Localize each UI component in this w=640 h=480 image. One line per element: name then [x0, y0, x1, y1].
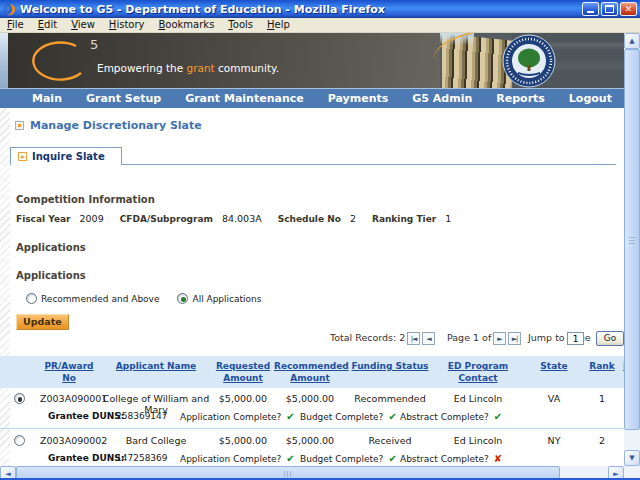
- fiscal-year-label: Fiscal Year: [16, 214, 71, 224]
- state: NY: [522, 435, 586, 446]
- restore-icon: [605, 5, 614, 13]
- schedule-no-value: 2: [350, 213, 356, 224]
- page-title-icon: [15, 121, 24, 130]
- funding-status: Received: [346, 435, 434, 446]
- vertical-scroll-thumb[interactable]: [624, 49, 640, 430]
- minimize-icon: [587, 6, 594, 13]
- rank: 2: [586, 435, 618, 446]
- ranking-tier-value: 1: [445, 213, 451, 224]
- nav-grant-setup[interactable]: Grant Setup: [74, 92, 173, 105]
- application-complete: Application Complete?✔: [180, 453, 295, 464]
- recommended-amount: $5,000.00: [274, 435, 346, 446]
- vertical-scrollbar[interactable]: ▲ ▼: [624, 33, 640, 466]
- row-detail-line: Grantee DUNS: 258369147 Application Comp…: [0, 411, 624, 425]
- window-title: Welcome to G5 - Department of Education …: [20, 3, 580, 16]
- tab-inquire-slate[interactable]: Inquire Slate: [10, 147, 122, 165]
- header-requested-amount[interactable]: Requested Amount: [212, 360, 274, 384]
- g5-banner: 5 Empowering the grant community.: [0, 33, 624, 88]
- page-title-row: Manage Discretionary Slate: [15, 119, 202, 132]
- menu-view[interactable]: View: [64, 18, 102, 32]
- cross-icon: ✘: [494, 453, 502, 464]
- banner-left-strip: [0, 33, 8, 88]
- header-funding-status[interactable]: Funding Status: [346, 360, 434, 372]
- next-page-button[interactable]: ►: [493, 332, 506, 345]
- close-icon: ✕: [625, 4, 633, 14]
- nav-payments[interactable]: Payments: [316, 92, 401, 105]
- last-page-button[interactable]: ►|: [508, 332, 521, 345]
- abstract-complete: Abstract Complete?✔: [400, 411, 502, 422]
- thumb-grip: [629, 236, 635, 244]
- maximize-button[interactable]: [601, 2, 618, 16]
- menu-edit[interactable]: Edit: [31, 18, 64, 32]
- budget-complete: Budget Complete?✔: [300, 453, 397, 464]
- check-icon: ✔: [388, 411, 396, 422]
- update-button[interactable]: Update: [16, 314, 69, 330]
- nav-logout[interactable]: Logout: [557, 92, 624, 105]
- tagline-highlight: grant: [186, 62, 214, 74]
- first-page-button[interactable]: |◄: [407, 332, 420, 345]
- pr-award-no: Z003A090002: [38, 435, 100, 446]
- check-icon: ✔: [286, 411, 294, 422]
- nav-reports[interactable]: Reports: [484, 92, 557, 105]
- banner-tagline: Empowering the grant community.: [97, 62, 279, 74]
- cfda-subprogram-label: CFDA/Subprogram: [120, 214, 213, 224]
- library-photo: [440, 33, 624, 88]
- header-recommended-amount[interactable]: Recommended Amount: [274, 360, 346, 384]
- total-records: Total Records: 2: [330, 332, 405, 343]
- radio-recommended-and-above[interactable]: [26, 293, 37, 304]
- header-ed-program-contact[interactable]: ED Program Contact: [434, 360, 522, 384]
- competition-fields: Fiscal Year 2009 CFDA/Subprogram 84.003A…: [16, 213, 467, 224]
- firefox-icon: [3, 3, 16, 16]
- prev-page-button[interactable]: ◄: [422, 332, 435, 345]
- radio-all-label: All Applications: [192, 294, 261, 304]
- g5-logo-icon: [30, 41, 92, 83]
- radio-all-applications[interactable]: [177, 293, 188, 304]
- ranking-tier-label: Ranking Tier: [372, 214, 436, 224]
- row-select-radio[interactable]: [14, 435, 25, 446]
- thumb-grip: [284, 471, 292, 477]
- grantee-duns-label: Grantee DUNS:: [48, 453, 124, 463]
- scroll-down-button[interactable]: ▼: [624, 450, 640, 466]
- ed-program-contact: Ed Lincoln: [434, 435, 522, 446]
- budget-complete: Budget Complete?✔: [300, 411, 397, 422]
- menu-tools[interactable]: Tools: [221, 18, 260, 32]
- row-detail-line: Grantee DUNS: 147258369 Application Comp…: [0, 453, 624, 466]
- grantee-duns-label: Grantee DUNS:: [48, 411, 124, 421]
- menu-help[interactable]: Help: [260, 18, 297, 32]
- tab-icon: [18, 152, 27, 161]
- check-icon: ✔: [388, 453, 396, 464]
- go-button[interactable]: Go: [596, 331, 624, 346]
- header-applicant-name[interactable]: Applicant Name: [100, 360, 212, 372]
- nav-grant-maintenance[interactable]: Grant Maintenance: [173, 92, 316, 105]
- page-content: Manage Discretionary Slate Inquire Slate…: [0, 108, 624, 466]
- minimize-button[interactable]: [582, 2, 599, 16]
- close-button[interactable]: ✕: [620, 2, 637, 16]
- scroll-up-button[interactable]: ▲: [624, 33, 640, 49]
- window-titlebar: Welcome to G5 - Department of Education …: [0, 0, 640, 18]
- application-complete: Application Complete?✔: [180, 411, 295, 422]
- schedule-no-label: Schedule No: [278, 214, 341, 224]
- pagination-bar: Total Records: 2 |◄ ◄ Page 1 of 1 ► ►| J…: [0, 332, 624, 348]
- row-select-radio[interactable]: [14, 393, 25, 404]
- total-records-value: 2: [399, 332, 405, 343]
- menu-bar: File Edit View History Bookmarks Tools H…: [0, 18, 640, 33]
- table-row: Z003A090001 College of William and Mary …: [0, 388, 624, 429]
- grantee-duns-value: 258369147: [116, 411, 168, 421]
- applicant-name: Bard College: [100, 435, 212, 446]
- check-icon: ✔: [286, 453, 294, 464]
- table-row: Z003A090002 Bard College $5,000.00 $5,00…: [0, 430, 624, 466]
- dept-of-education-seal-icon: [502, 34, 556, 88]
- header-state[interactable]: State: [522, 360, 586, 372]
- applications-heading-2: Applications: [16, 270, 86, 281]
- check-icon: ✔: [494, 411, 502, 422]
- jump-to-page-input[interactable]: [567, 332, 584, 345]
- applications-heading-1: Applications: [16, 242, 86, 253]
- nav-main[interactable]: Main: [20, 92, 74, 105]
- menu-file[interactable]: File: [0, 18, 31, 32]
- menu-bookmarks[interactable]: Bookmarks: [151, 18, 221, 32]
- header-pr-award-no[interactable]: PR/Award No: [38, 360, 100, 384]
- nav-g5-admin[interactable]: G5 Admin: [400, 92, 484, 105]
- menu-history[interactable]: History: [102, 18, 152, 32]
- tab-label: Inquire Slate: [32, 151, 105, 162]
- header-rank[interactable]: Rank: [586, 360, 618, 372]
